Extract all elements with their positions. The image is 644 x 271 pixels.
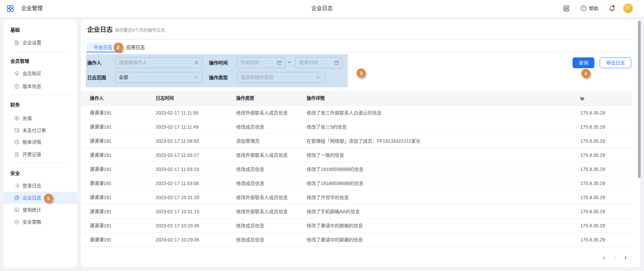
svg-text:?: ? xyxy=(583,6,585,10)
svg-text:7: 7 xyxy=(279,62,280,64)
svg-text:7: 7 xyxy=(336,62,337,64)
